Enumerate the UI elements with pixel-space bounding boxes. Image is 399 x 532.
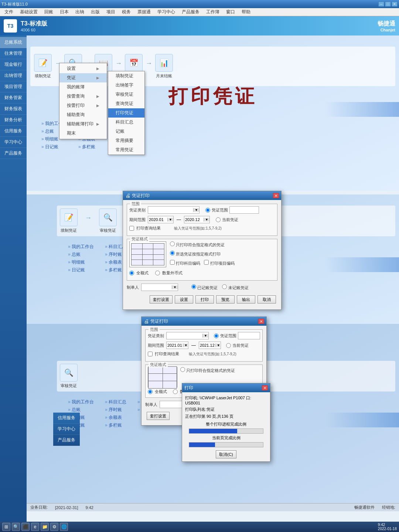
radio-current-voucher[interactable] (216, 217, 221, 222)
ql-journal[interactable]: 日记账 (41, 144, 67, 150)
dropdown-print[interactable]: 按蕾打印 ▶ (59, 101, 107, 110)
menu-help[interactable]: 帮助 (239, 8, 253, 16)
browser-button[interactable]: 🌐 (60, 523, 68, 531)
dropdown-settings[interactable]: 设置 ▶ (59, 64, 107, 73)
radio-qty2[interactable] (173, 389, 178, 394)
ql3-subject[interactable]: 科目汇总 (105, 399, 126, 405)
edge-button[interactable]: e (31, 523, 39, 531)
dropdown-mybooks[interactable]: 我的账簿 (59, 82, 107, 92)
sidebar-item-finance-report[interactable]: 财务报表 (0, 104, 27, 115)
radio-full-amount[interactable] (129, 271, 134, 275)
submenu-common-summary[interactable]: 常用摘要 (108, 136, 144, 145)
preparer-select[interactable]: ▼ (141, 284, 178, 291)
btn-template2[interactable]: 套打设置 (147, 412, 170, 420)
sidebar-item-cash-bank[interactable]: 现金银行 (0, 59, 27, 70)
submenu-review-voucher[interactable]: 审核凭证 (108, 90, 144, 99)
sidebar3-products[interactable]: 产品服务 (53, 435, 80, 446)
btn-progress-cancel[interactable]: 取消(C) (216, 450, 236, 458)
sidebar3-credit[interactable]: 信用服务 (53, 413, 80, 424)
voucher-type-select[interactable]: ▼ (148, 206, 200, 214)
close-button[interactable]: ✕ (392, 1, 398, 7)
menu-tax[interactable]: 税务 (119, 8, 134, 16)
minimize-button[interactable]: ─ (378, 1, 384, 7)
menu-account[interactable]: 回账 (41, 8, 56, 16)
menu-learn[interactable]: 学习中心 (154, 8, 178, 16)
submenu-query-voucher[interactable]: 查询凭证 (108, 99, 144, 108)
period-from-select[interactable]: 2020.01 ▼ (148, 216, 174, 223)
voucher-type-select2[interactable]: ▼ (166, 332, 209, 339)
period-to-select[interactable]: 2020.12 ▼ (184, 216, 210, 223)
submenu-fill-voucher[interactable]: 填制凭证 (108, 71, 144, 81)
ql2-journal[interactable]: 日记账 (68, 267, 94, 273)
radio-only-print2[interactable] (180, 367, 185, 372)
print-dialog2-close[interactable]: ✕ (258, 319, 264, 324)
dropdown-period-end[interactable]: 期末 (59, 129, 107, 138)
settings-taskbar-button[interactable]: ⚙ (50, 523, 58, 531)
btn-print[interactable]: 打印 (195, 295, 214, 304)
ql-multi-col[interactable]: 多栏账 (78, 144, 100, 150)
ql3-workbench[interactable]: 我的工作台 (68, 399, 94, 405)
sidebar-item-general-ledger[interactable]: 总账系统 (0, 37, 27, 48)
period-from-select2[interactable]: 2021.01 ▼ (166, 342, 188, 349)
ql2-detail[interactable]: 明细账 (68, 259, 94, 265)
taskview-button[interactable]: ⬛ (21, 523, 30, 531)
radio-voucher-range[interactable] (205, 208, 210, 213)
menu-publish[interactable]: 出版 (88, 8, 103, 16)
radio-full2[interactable] (148, 389, 153, 394)
btn-export[interactable]: 输出 (237, 295, 255, 304)
radio-posted[interactable] (191, 284, 196, 289)
maximize-button[interactable]: □ (385, 1, 391, 7)
ql3-balance[interactable]: 余额表 (105, 414, 126, 421)
submenu-record[interactable]: 记账 (108, 127, 144, 136)
dropdown-aux-query[interactable]: 辅助查询 (59, 110, 107, 119)
start-button[interactable]: ⊞ (2, 523, 10, 531)
btn-template[interactable]: 套打设置 (150, 295, 173, 304)
btn-settings[interactable]: 设置 (175, 295, 193, 304)
sidebar-item-learn[interactable]: 学习中心 (0, 137, 27, 148)
sidebar-item-project[interactable]: 项目管理 (0, 81, 27, 92)
print-filter-checkbox[interactable] (129, 226, 134, 231)
radio-qty-foreign[interactable] (155, 271, 160, 275)
ql3-general[interactable]: 总账 (68, 407, 94, 413)
menu-workbook[interactable]: 工作簿 (203, 8, 222, 16)
submenu-subject-summary[interactable]: 科目汇总 (108, 118, 144, 127)
menu-file[interactable]: 文件 (1, 8, 16, 16)
radio-only-print[interactable] (170, 241, 175, 246)
sidebar-item-finance-manager[interactable]: 财务管家 (0, 92, 27, 104)
menu-window[interactable]: 窗口 (223, 8, 238, 16)
progress-dialog-close[interactable]: ✕ (262, 385, 268, 390)
submenu-cashier-sign[interactable]: 出纳签字 (108, 81, 144, 90)
ql3-sequence[interactable]: 序时账 (105, 407, 126, 413)
dropdown-voucher[interactable]: 凭证 ▶ (59, 73, 107, 82)
print-subject-checkbox[interactable] (170, 260, 175, 265)
print-dialog-close[interactable]: ✕ (273, 193, 279, 198)
radio-all-print[interactable] (170, 251, 175, 255)
btn-preview[interactable]: 预览 (216, 295, 235, 304)
sidebar-item-products[interactable]: 产品服务 (0, 148, 27, 159)
ql2-workbench[interactable]: 我的工作台 (68, 244, 94, 250)
radio-voucher-range2[interactable] (214, 333, 219, 338)
dropdown-query[interactable]: 按蕾查询 ▶ (59, 92, 107, 101)
sidebar-item-receivable[interactable]: 往来管理 (0, 48, 27, 59)
voucher-range-input[interactable] (229, 206, 259, 214)
print-project-checkbox[interactable] (204, 260, 209, 265)
btn-cancel[interactable]: 取消 (258, 295, 276, 304)
radio-unposted[interactable] (222, 284, 227, 289)
search-taskbar-button[interactable]: 🔍 (12, 523, 20, 531)
menu-cashier[interactable]: 出纳 (72, 8, 87, 16)
ql3-multi[interactable]: 多栏账 (105, 422, 126, 428)
period-to-select2[interactable]: 2021.12 ▼ (199, 342, 221, 349)
submenu-common-voucher[interactable]: 常用凭证 (108, 145, 144, 155)
ql2-general[interactable]: 总账 (68, 251, 94, 258)
voucher-range-input2[interactable] (238, 332, 260, 339)
filter-checkbox2[interactable] (148, 352, 153, 356)
sidebar-item-cashier[interactable]: 出纳管理 (0, 70, 27, 81)
menu-project[interactable]: 项目 (103, 8, 118, 16)
menu-bills[interactable]: 票据通 (134, 8, 154, 16)
sidebar3-learn[interactable]: 学习中心 (53, 424, 80, 435)
submenu-print-voucher[interactable]: 打印凭证 (108, 108, 144, 118)
sidebar-item-credit[interactable]: 信用服务 (0, 126, 27, 137)
menu-basic-settings[interactable]: 基础设置 (17, 8, 41, 16)
sidebar-item-finance-analysis[interactable]: 财务分析 (0, 115, 27, 126)
dropdown-aux-print[interactable]: 辅助账簿打印 ▶ (59, 119, 107, 129)
